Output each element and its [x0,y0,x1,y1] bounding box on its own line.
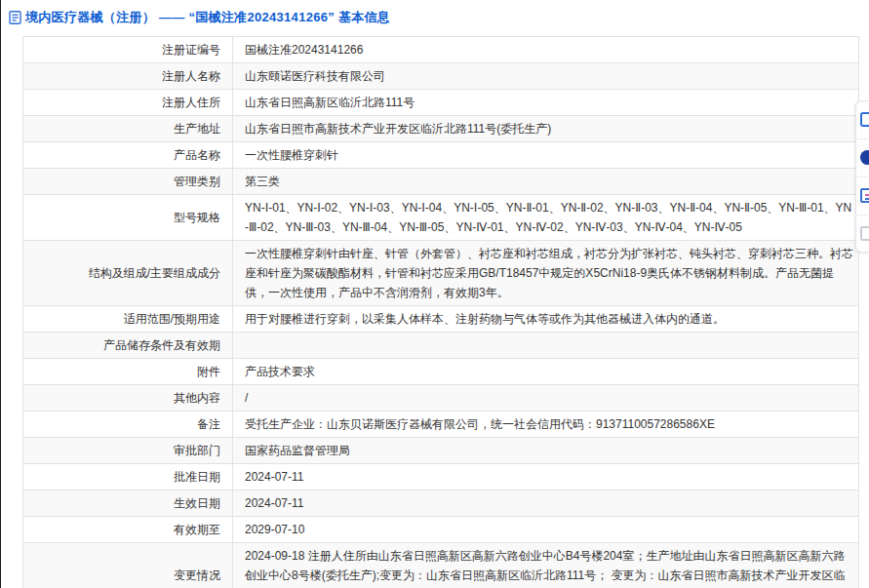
row-value: 受托生产企业：山东贝诺斯医疗器械有限公司，统一社会信用代码：9137110057… [233,412,859,438]
table-row: 生产地址 山东省日照市高新技术产业开发区临沂北路111号(委托生产) [23,116,859,142]
panel-translate-icon[interactable] [856,177,869,216]
panel-globe-icon[interactable] [856,139,869,177]
row-value: 山东省日照市高新技术产业开发区临沂北路111号(委托生产) [233,116,859,142]
row-value: 2024-09-18 注册人住所由山东省日照高新区高新六路创业中心B4号楼204… [233,543,859,588]
row-label: 其他内容 [23,385,233,412]
row-label: 管理类别 [23,169,233,195]
panel-doc-icon[interactable] [856,101,869,139]
table-row: 产品名称 一次性腰椎穿刺针 [23,142,859,169]
document-icon [9,11,21,24]
row-value: 2029-07-10 [233,517,859,543]
row-label: 变更情况 [23,543,233,588]
table-row: 有效期至 2029-07-10 [23,517,859,543]
page-title: 境内医疗器械（注册） —— “国械注准20243141266” 基本信息 [25,9,390,26]
table-row: 其他内容 / [23,385,859,412]
table-row: 注册人住所 山东省日照高新区临沂北路111号 [23,90,859,116]
table-row: 生效日期 2024-07-11 [23,490,859,517]
table-row: 变更情况 2024-09-18 注册人住所由山东省日照高新区高新六路创业中心B4… [23,543,859,588]
row-label: 注册证编号 [23,37,233,63]
row-value: 产品技术要求 [233,359,859,385]
row-label: 附件 [23,359,233,385]
row-value: 一次性腰椎穿刺针由针座、针管（外套管）、衬芯座和衬芯组成，衬芯分为扩张衬芯、钝头… [233,241,859,306]
table-row: 产品储存条件及有效期 [23,333,859,359]
row-label: 注册人住所 [23,90,233,116]
more-glyph [860,226,869,241]
table-row: 备注 受托生产企业：山东贝诺斯医疗器械有限公司，统一社会信用代码：9137110… [23,412,859,438]
table-row: 注册人名称 山东颐诺医疗科技有限公司 [23,63,859,90]
row-value: 第三类 [233,169,859,195]
row-label: 结构及组成/主要组成成分 [23,241,233,306]
row-value: 国家药品监督管理局 [233,438,859,464]
registration-detail-page: 境内医疗器械（注册） —— “国械注准20243141266” 基本信息 注册证… [0,0,869,588]
row-label: 型号规格 [23,195,233,241]
row-value: 2024-07-11 [233,464,859,490]
row-label: 备注 [23,412,233,438]
row-value: 用于对腰椎进行穿刺，以采集人体样本、注射药物与气体等或作为其他器械进入体内的通道… [233,306,859,333]
table-row: 批准日期 2024-07-11 [23,464,859,490]
row-label: 批准日期 [23,464,233,490]
row-value: YN-Ⅰ-01、YN-Ⅰ-02、YN-Ⅰ-03、YN-Ⅰ-04、YN-Ⅰ-05、… [233,195,859,241]
registration-info-table: 注册证编号 国械注准20243141266 注册人名称 山东颐诺医疗科技有限公司… [22,36,859,588]
row-value: 国械注准20243141266 [233,37,859,63]
row-value: 山东省日照高新区临沂北路111号 [233,90,859,116]
table-row: 结构及组成/主要组成成分 一次性腰椎穿刺针由针座、针管（外套管）、衬芯座和衬芯组… [23,241,859,306]
doc-glyph [860,112,869,127]
table-row: 管理类别 第三类 [23,169,859,195]
page-header: 境内医疗器械（注册） —— “国械注准20243141266” 基本信息 [1,0,869,34]
row-label: 注册人名称 [23,63,233,90]
row-value [233,333,859,359]
row-label: 产品名称 [23,142,233,169]
table-row: 审批部门 国家药品监督管理局 [23,438,859,464]
row-value: / [233,385,859,412]
row-label: 适用范围/预期用途 [23,306,233,333]
row-value: 山东颐诺医疗科技有限公司 [233,63,859,90]
translate-glyph [860,188,869,203]
row-label: 有效期至 [23,517,233,543]
table-row: 型号规格 YN-Ⅰ-01、YN-Ⅰ-02、YN-Ⅰ-03、YN-Ⅰ-04、YN-… [23,195,859,241]
table-row: 适用范围/预期用途 用于对腰椎进行穿刺，以采集人体样本、注射药物与气体等或作为其… [23,306,859,333]
globe-glyph [860,150,869,165]
floating-toolbar [855,100,869,253]
panel-more-icon[interactable] [856,216,869,253]
table-row: 注册证编号 国械注准20243141266 [23,37,859,63]
row-label: 产品储存条件及有效期 [23,333,233,359]
row-value: 2024-07-11 [233,490,859,517]
table-row: 附件 产品技术要求 [23,359,859,385]
row-label: 审批部门 [23,438,233,464]
row-label: 生效日期 [23,490,233,517]
row-value: 一次性腰椎穿刺针 [233,142,859,169]
row-label: 生产地址 [23,116,233,142]
